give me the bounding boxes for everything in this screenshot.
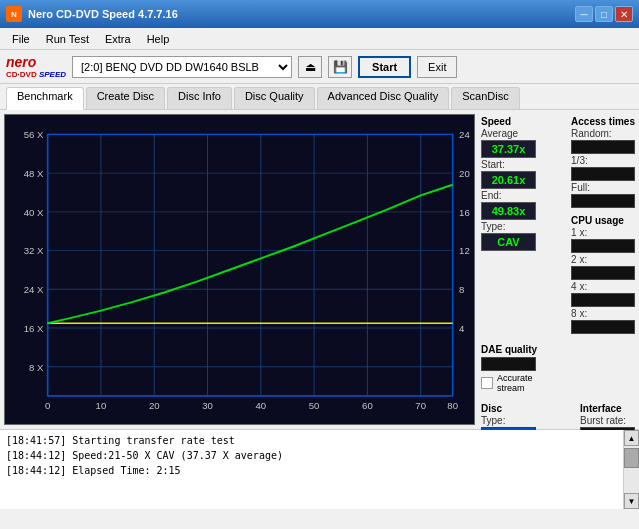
svg-text:8 X: 8 X [29,363,43,373]
svg-text:20: 20 [459,169,470,179]
accurate-stream-label: Accuratestream [497,373,533,393]
cpu-2x-label: 2 x: [571,254,635,265]
log-time-3: [18:44:12] [6,465,66,476]
menu-bar: File Run Test Extra Help [0,28,639,50]
close-button[interactable]: ✕ [615,6,633,22]
speed-start-label: Start: [481,159,536,170]
access-random-value [571,140,635,154]
svg-text:24 X: 24 X [24,286,44,296]
svg-text:24: 24 [459,131,470,141]
tab-create-disc[interactable]: Create Disc [86,87,165,109]
speed-type-label: Type: [481,221,536,232]
disc-type-label: Type: [481,415,536,426]
svg-text:0: 0 [45,402,50,412]
menu-run-test[interactable]: Run Test [38,31,97,47]
log-scrollbar[interactable]: ▲ ▼ [623,430,639,509]
svg-text:56 X: 56 X [24,131,44,141]
cpu-1x-value [571,239,635,253]
tab-disc-quality[interactable]: Disc Quality [234,87,315,109]
cpu-4x-value [571,293,635,307]
minimize-button[interactable]: ─ [575,6,593,22]
tab-disc-info[interactable]: Disc Info [167,87,232,109]
log-line-3: [18:44:12] Elapsed Time: 2:15 [6,463,617,478]
access-times-col: Access times Random: 1/3: Full: CPU usag… [571,114,635,334]
svg-text:12: 12 [459,247,470,257]
svg-text:20: 20 [149,402,160,412]
speed-average-value: 37.37x [481,140,536,158]
benchmark-chart: 56 X 48 X 40 X 32 X 24 X 16 X 8 X 24 20 … [5,115,474,424]
drive-select[interactable]: [2:0] BENQ DVD DD DW1640 BSLB [72,56,292,78]
accurate-stream-checkbox[interactable] [481,377,493,389]
access-random-label: Random: [571,128,635,139]
logo-area: nero CD·DVD SPEED [6,54,66,79]
svg-text:50: 50 [309,402,320,412]
disc-title: Disc [481,403,536,414]
svg-text:32 X: 32 X [24,247,44,257]
svg-text:48 X: 48 X [24,169,44,179]
dae-title: DAE quality [481,344,635,355]
svg-text:16: 16 [459,208,470,218]
log-container: [18:41:57] Starting transfer rate test [… [0,429,639,509]
maximize-button[interactable]: □ [595,6,613,22]
tab-benchmark[interactable]: Benchmark [6,87,84,110]
log-time-1: [18:41:57] [6,435,66,446]
speed-average-label: Average [481,128,536,139]
scroll-track [624,446,639,493]
tab-bar: Benchmark Create Disc Disc Info Disc Qua… [0,84,639,110]
scroll-down-button[interactable]: ▼ [624,493,639,509]
tab-scandisc[interactable]: ScanDisc [451,87,519,109]
tab-advanced-disc-quality[interactable]: Advanced Disc Quality [317,87,450,109]
accurate-stream-row: Accuratestream [481,373,635,393]
window-controls[interactable]: ─ □ ✕ [575,6,633,22]
cpu-8x-label: 8 x: [571,308,635,319]
speed-section: Speed Average 37.37x Start: 20.61x End: … [481,114,635,334]
svg-text:8: 8 [459,286,464,296]
menu-help[interactable]: Help [139,31,178,47]
speed-type-value: CAV [481,233,536,251]
speed-end-value: 49.83x [481,202,536,220]
dae-quality-value [481,357,536,371]
access-full-value [571,194,635,208]
exit-button[interactable]: Exit [417,56,457,78]
access-full-label: Full: [571,182,635,193]
title-bar: N Nero CD-DVD Speed 4.7.7.16 ─ □ ✕ [0,0,639,28]
access-onethird-label: 1/3: [571,155,635,166]
speed-end-label: End: [481,190,536,201]
svg-text:70: 70 [415,402,426,412]
nero-logo: nero [6,54,66,70]
cpu-1x-label: 1 x: [571,227,635,238]
log-text: [18:41:57] Starting transfer rate test [… [0,430,623,509]
app-icon: N [6,6,22,22]
log-line-1: [18:41:57] Starting transfer rate test [6,433,617,448]
svg-text:40 X: 40 X [24,208,44,218]
toolbar: nero CD·DVD SPEED [2:0] BENQ DVD DD DW16… [0,50,639,84]
svg-text:30: 30 [202,402,213,412]
save-icon-button[interactable]: 💾 [328,56,352,78]
scroll-up-button[interactable]: ▲ [624,430,639,446]
svg-text:40: 40 [255,402,266,412]
chart-area: 56 X 48 X 40 X 32 X 24 X 16 X 8 X 24 20 … [4,114,475,425]
speed-col: Speed Average 37.37x Start: 20.61x End: … [481,114,536,251]
cpu-8x-value [571,320,635,334]
access-times-title: Access times [571,116,635,127]
cdspeed-logo: CD·DVD SPEED [6,70,66,79]
start-button[interactable]: Start [358,56,411,78]
svg-text:60: 60 [362,402,373,412]
svg-text:10: 10 [96,402,107,412]
svg-text:80: 80 [447,402,458,412]
speed-start-value: 20.61x [481,171,536,189]
menu-file[interactable]: File [4,31,38,47]
svg-rect-0 [5,115,474,424]
scroll-thumb[interactable] [624,448,639,468]
log-msg-2: Speed:21-50 X CAV (37.37 X average) [72,450,283,461]
log-line-2: [18:44:12] Speed:21-50 X CAV (37.37 X av… [6,448,617,463]
interface-title: Interface [580,403,635,414]
window-title: Nero CD-DVD Speed 4.7.7.16 [28,8,178,20]
menu-extra[interactable]: Extra [97,31,139,47]
right-panel: Speed Average 37.37x Start: 20.61x End: … [479,110,639,429]
eject-icon-button[interactable]: ⏏ [298,56,322,78]
cpu-4x-label: 4 x: [571,281,635,292]
access-onethird-value [571,167,635,181]
cpu-2x-value [571,266,635,280]
burst-label: Burst rate: [580,415,635,426]
